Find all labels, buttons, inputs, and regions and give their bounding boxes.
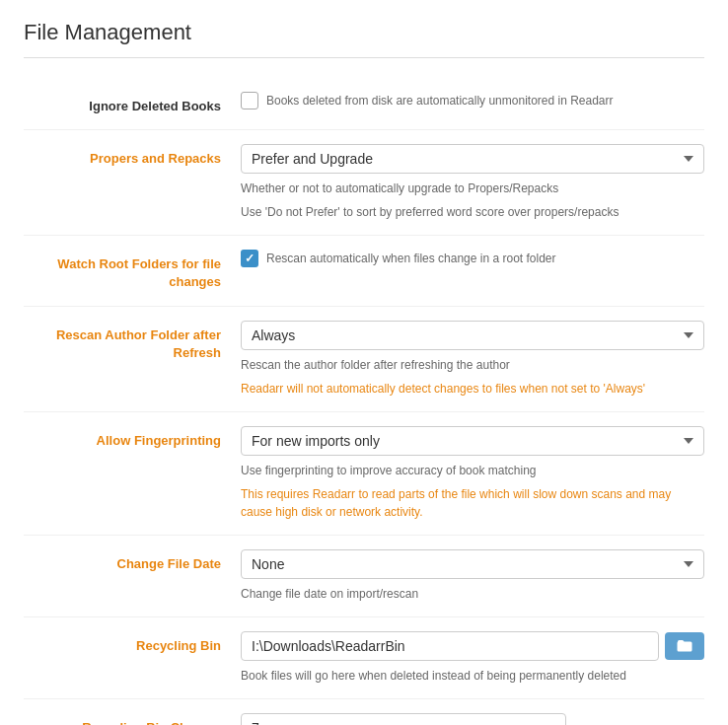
- watch-root-folders-checkbox[interactable]: [241, 250, 258, 267]
- rescan-author-label: Rescan Author Folder after Refresh: [24, 321, 241, 362]
- watch-root-folders-content: Rescan automatically when files change i…: [241, 250, 704, 267]
- recycling-bin-input[interactable]: [241, 631, 659, 661]
- ignore-deleted-books-content: Books deleted from disk are automaticall…: [241, 92, 704, 109]
- ignore-deleted-books-checkbox[interactable]: [241, 92, 258, 109]
- allow-fingerprinting-hint1: Use fingerprinting to improve accuracy o…: [241, 462, 704, 479]
- file-management-page: File Management Ignore Deleted Books Boo…: [0, 0, 728, 725]
- ignore-deleted-books-checkbox-row: Books deleted from disk are automaticall…: [241, 92, 704, 109]
- recycling-bin-cleanup-row: Recycling Bin Cleanup Set to 0 to disabl…: [24, 699, 704, 725]
- watch-root-folders-row: Watch Root Folders for file changes Resc…: [24, 236, 704, 306]
- recycling-bin-row: Recycling Bin Book files will go here wh…: [24, 617, 704, 699]
- change-file-date-row: Change File Date None Book Release Date …: [24, 536, 704, 617]
- propers-repacks-hint2: Use 'Do not Prefer' to sort by preferred…: [241, 203, 704, 221]
- ignore-deleted-books-label: Ignore Deleted Books: [24, 92, 241, 115]
- ignore-deleted-books-row: Ignore Deleted Books Books deleted from …: [24, 78, 704, 130]
- ignore-deleted-books-hint: Books deleted from disk are automaticall…: [266, 92, 614, 109]
- propers-repacks-row: Propers and Repacks Do not Prefer Prefer…: [24, 130, 704, 236]
- change-file-date-label: Change File Date: [24, 549, 241, 573]
- allow-fingerprinting-content: Never For new imports only Always Use fi…: [241, 426, 704, 521]
- recycling-bin-hint1: Book files will go here when deleted ins…: [241, 667, 704, 685]
- folder-icon: [677, 638, 692, 654]
- allow-fingerprinting-row: Allow Fingerprinting Never For new impor…: [24, 412, 704, 536]
- watch-root-folders-label: Watch Root Folders for file changes: [24, 250, 241, 291]
- rescan-author-hint1: Rescan the author folder after refreshin…: [241, 356, 704, 374]
- form-section: Ignore Deleted Books Books deleted from …: [24, 78, 704, 725]
- change-file-date-content: None Book Release Date Book Store Releas…: [241, 549, 704, 603]
- allow-fingerprinting-select[interactable]: Never For new imports only Always: [241, 426, 704, 456]
- rescan-author-content: Always After Manual Refresh Never Rescan…: [241, 321, 704, 398]
- recycling-bin-cleanup-input[interactable]: [241, 713, 566, 725]
- change-file-date-hint: Change file date on import/rescan: [241, 585, 704, 603]
- propers-repacks-content: Do not Prefer Prefer and Upgrade Do not …: [241, 144, 704, 221]
- recycling-bin-cleanup-content: Set to 0 to disable automatic cleanup Fi…: [241, 713, 704, 725]
- page-title: File Management: [24, 20, 704, 58]
- propers-repacks-hint1: Whether or not to automatically upgrade …: [241, 180, 704, 197]
- watch-root-folders-checkbox-row: Rescan automatically when files change i…: [241, 250, 704, 267]
- recycling-bin-input-row: [241, 631, 704, 661]
- recycling-bin-label: Recycling Bin: [24, 631, 241, 655]
- propers-repacks-select[interactable]: Do not Prefer Prefer and Upgrade Do not …: [241, 144, 704, 174]
- recycling-bin-content: Book files will go here when deleted ins…: [241, 631, 704, 685]
- recycling-bin-cleanup-label: Recycling Bin Cleanup: [24, 713, 241, 725]
- rescan-author-row: Rescan Author Folder after Refresh Alway…: [24, 307, 704, 412]
- allow-fingerprinting-label: Allow Fingerprinting: [24, 426, 241, 450]
- change-file-date-select[interactable]: None Book Release Date Book Store Releas…: [241, 549, 704, 579]
- allow-fingerprinting-hint2: This requires Readarr to read parts of t…: [241, 485, 704, 521]
- rescan-author-hint2: Readarr will not automatically detect ch…: [241, 380, 704, 398]
- watch-root-folders-hint: Rescan automatically when files change i…: [266, 250, 556, 267]
- propers-repacks-label: Propers and Repacks: [24, 144, 241, 168]
- rescan-author-select[interactable]: Always After Manual Refresh Never: [241, 321, 704, 350]
- recycling-bin-folder-button[interactable]: [665, 632, 704, 660]
